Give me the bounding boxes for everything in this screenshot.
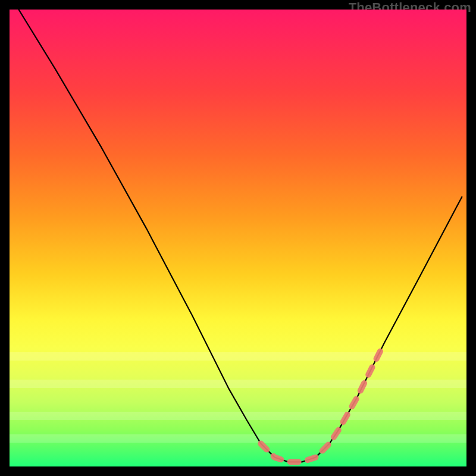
plot-area	[10, 10, 466, 466]
chart-frame: TheBottleneck.com	[0, 0, 476, 476]
curve-layer	[10, 10, 466, 466]
dash-overlay	[261, 343, 384, 462]
bottleneck-curve	[18, 10, 462, 462]
